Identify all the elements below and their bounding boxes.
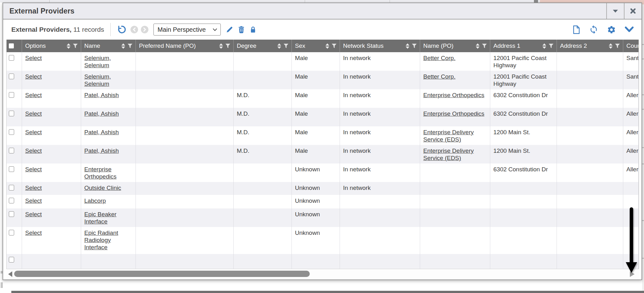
column-header-address1[interactable]: Address 1	[490, 40, 557, 52]
name_po-link[interactable]: Enterprise Orthopedics	[423, 110, 484, 117]
cell-name_po	[420, 163, 490, 182]
select-link[interactable]: Select	[25, 197, 42, 204]
select-link[interactable]: Select	[25, 129, 42, 135]
sort-icon[interactable]	[67, 43, 70, 49]
new-record-button[interactable]	[572, 25, 580, 34]
settings-button[interactable]	[607, 25, 616, 34]
filter-icon[interactable]	[225, 44, 230, 48]
scroll-right-arrow[interactable]	[630, 271, 635, 277]
horizontal-scrollbar	[6, 269, 639, 279]
lock-perspective-button[interactable]	[249, 26, 257, 34]
name-link[interactable]: Selenium, Selenium	[84, 55, 111, 69]
column-header-county[interactable]: Coun	[623, 40, 639, 52]
row-checkbox[interactable]	[9, 257, 14, 263]
name-link[interactable]: Labcorp	[84, 197, 106, 204]
collapse-toolbar-button[interactable]	[625, 26, 634, 33]
sort-icon[interactable]	[219, 43, 223, 49]
edit-perspective-button[interactable]	[226, 26, 233, 33]
select-link[interactable]: Select	[25, 110, 42, 117]
refresh-button[interactable]	[589, 25, 598, 34]
select-all-checkbox[interactable]	[9, 43, 14, 48]
filter-icon[interactable]	[412, 44, 417, 48]
cell-preferred_name	[136, 71, 234, 89]
row-checkbox[interactable]	[9, 211, 14, 217]
nav-back-icon	[132, 27, 136, 32]
filter-icon[interactable]	[284, 44, 288, 48]
nav-forward-button[interactable]	[141, 26, 148, 33]
sort-icon[interactable]	[277, 43, 281, 49]
sort-icon[interactable]	[542, 43, 546, 49]
column-header-sex[interactable]: Sex	[292, 40, 340, 52]
column-header-preferred_name[interactable]: Preferred Name (PO)	[136, 40, 234, 52]
column-header-address2[interactable]: Address 2	[557, 40, 623, 52]
cell-sex: Unknown	[292, 182, 340, 195]
row-checkbox[interactable]	[9, 111, 14, 116]
perspective-dropdown[interactable]: Main Perspective	[153, 24, 221, 36]
cell-degree	[234, 71, 292, 89]
row-checkbox[interactable]	[9, 185, 14, 191]
select-link[interactable]: Select	[25, 147, 42, 154]
row-checkbox[interactable]	[9, 55, 14, 61]
row-checkbox[interactable]	[9, 166, 14, 172]
scrollbar-thumb[interactable]	[14, 271, 310, 277]
column-header-options[interactable]: Options	[22, 40, 81, 52]
sort-icon[interactable]	[476, 43, 480, 49]
name-link[interactable]: Outside Clinic	[84, 185, 121, 191]
name_po-link[interactable]: Enterprise Delivery Service (EDS)	[423, 129, 474, 143]
cell-name: Selenium, Selenium	[81, 52, 136, 71]
select-link[interactable]: Select	[25, 211, 42, 218]
name_po-link[interactable]: Enterprise Orthopedics	[423, 92, 484, 98]
window-collapse-button[interactable]	[606, 3, 624, 19]
column-header-name[interactable]: Name	[81, 40, 136, 52]
window-close-button[interactable]	[624, 3, 641, 19]
name-link[interactable]: Selenium, Selenium	[84, 73, 111, 87]
sort-icon[interactable]	[325, 43, 329, 49]
name-link[interactable]: Patel, Ashish	[84, 110, 119, 117]
name_po-link[interactable]: Better Corp.	[423, 73, 455, 80]
name-link[interactable]: Patel, Ashish	[84, 147, 119, 154]
filter-icon[interactable]	[549, 44, 553, 48]
row-checkbox[interactable]	[9, 74, 14, 79]
row-checkbox[interactable]	[9, 129, 14, 135]
filter-icon[interactable]	[73, 44, 78, 48]
name-link[interactable]: Epic Beaker Interface	[84, 211, 116, 225]
filter-icon[interactable]	[615, 44, 620, 48]
row-checkbox[interactable]	[9, 148, 14, 153]
scroll-left-arrow[interactable]	[8, 271, 12, 277]
cell-options: Select	[22, 182, 81, 195]
name-link[interactable]: Patel, Ashish	[84, 92, 119, 98]
name-link[interactable]: Epic Radiant Radiology Interface	[84, 229, 118, 251]
name_po-link[interactable]: Better Corp.	[423, 55, 455, 61]
name-link[interactable]: Enterprise Orthopedics	[84, 166, 116, 180]
row-checkbox[interactable]	[9, 198, 14, 203]
select-link[interactable]: Select	[25, 73, 42, 80]
cell-address1: 6302 Constitution Dr	[490, 89, 557, 108]
column-header-degree[interactable]: Degree	[234, 40, 292, 52]
cell-network_status	[340, 195, 420, 208]
row-checkbox[interactable]	[9, 92, 14, 98]
cell-options: Select	[22, 52, 81, 71]
select-link[interactable]: Select	[25, 92, 42, 98]
filter-icon[interactable]	[332, 44, 336, 48]
filter-icon[interactable]	[128, 44, 132, 48]
undo-button[interactable]	[117, 25, 126, 34]
cell-address1: 12001 Pacific Coast Highway	[490, 71, 557, 89]
select-link[interactable]: Select	[25, 185, 42, 191]
cell-network_status	[340, 227, 420, 254]
nav-back-button[interactable]	[130, 26, 138, 33]
column-header-network_status[interactable]: Network Status	[340, 40, 420, 52]
select-link[interactable]: Select	[25, 166, 42, 173]
cell-select_all	[7, 254, 22, 269]
filter-icon[interactable]	[482, 44, 487, 48]
select-link[interactable]: Select	[25, 55, 42, 61]
sort-icon[interactable]	[121, 43, 125, 49]
row-checkbox[interactable]	[9, 230, 14, 235]
sort-icon[interactable]	[406, 43, 409, 49]
select-link[interactable]: Select	[25, 229, 42, 236]
sort-icon[interactable]	[609, 43, 613, 49]
column-header-name_po[interactable]: Name (PO)	[420, 40, 490, 52]
delete-perspective-button[interactable]	[238, 26, 245, 34]
name_po-link[interactable]: Enterprise Delivery Service (EDS)	[423, 147, 474, 161]
table-row: SelectSelenium, SeleniumMaleIn networkBe…	[7, 71, 639, 89]
name-link[interactable]: Patel, Ashish	[84, 129, 119, 135]
